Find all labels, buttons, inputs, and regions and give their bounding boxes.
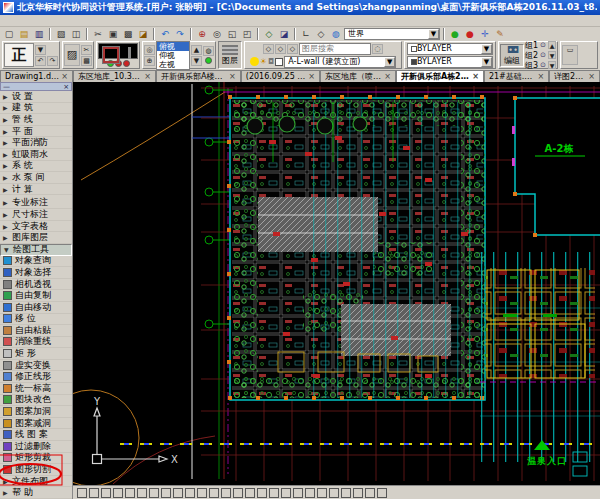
bottom-tool-icon[interactable]	[197, 488, 207, 498]
zoom-realtime-icon[interactable]: ◎	[210, 28, 224, 40]
linetype-combo[interactable]: BYLAYER ▼	[407, 56, 493, 68]
palette-group-item[interactable]: ▶ 虹吸雨水	[0, 149, 72, 161]
bottom-tool-icon[interactable]	[173, 488, 183, 498]
bottom-tool-icon[interactable]	[281, 488, 291, 498]
refresh-icon[interactable]: ◍	[203, 46, 214, 56]
cube-icon-1[interactable]: ◇	[263, 44, 274, 54]
document-tab[interactable]: 21#基础.dwg ×	[484, 70, 549, 82]
zoom-mini-icon[interactable]: ◎	[144, 45, 155, 55]
palette-group-item[interactable]: ▶ 建 筑	[0, 103, 72, 115]
palette-tool-item[interactable]: 消除重线	[0, 337, 72, 349]
undo-mini-icon[interactable]: ↶	[35, 56, 46, 66]
redo-icon[interactable]: ↷	[173, 28, 187, 40]
cube-icon-2[interactable]: ◇	[275, 44, 286, 54]
group-button[interactable]: ◘◘ 编组	[500, 44, 524, 67]
open-file-icon[interactable]: ▤	[17, 28, 31, 40]
bottom-tool-icon[interactable]	[341, 488, 351, 498]
spin-down-icon[interactable]: ▼	[548, 51, 556, 59]
close-icon[interactable]: ×	[537, 72, 544, 81]
status-led-red2[interactable]	[123, 60, 130, 67]
palette-group-item[interactable]: ▶ 计 算	[0, 184, 72, 196]
view-bottom[interactable]: 仰视	[157, 51, 189, 60]
palette-group-item[interactable]: ▶ 管 线	[0, 114, 72, 126]
bottom-tool-icon[interactable]	[269, 488, 279, 498]
named-view-combo[interactable]: 世界 ▼	[344, 28, 440, 40]
zoom-window-icon[interactable]: ◱	[225, 28, 239, 40]
bottom-tool-icon[interactable]	[161, 488, 171, 498]
bottom-tool-icon[interactable]	[185, 488, 195, 498]
pan-mini-icon[interactable]: ⊕	[144, 56, 155, 66]
document-tab[interactable]: 开新俱乐部A楼110.. ×	[156, 70, 241, 82]
close-icon[interactable]: ×	[61, 72, 68, 81]
bottom-tool-icon[interactable]	[113, 488, 123, 498]
group-2-label[interactable]: 组2	[525, 51, 538, 60]
bottom-tool-icon[interactable]	[77, 488, 87, 498]
view-direction-list[interactable]: 俯视 仰视 左视	[156, 41, 190, 70]
chevron-down-icon[interactable]: ▼	[35, 45, 46, 55]
block-preview[interactable]	[98, 43, 138, 59]
close-icon[interactable]: ×	[144, 72, 151, 81]
bottom-tool-icon[interactable]	[377, 488, 387, 498]
document-tab[interactable]: 详图2016 ×	[549, 70, 600, 82]
document-tab[interactable]: 东区地库_10.30 4.. ×	[73, 70, 156, 82]
redo-mini-icon[interactable]: ↷	[47, 56, 58, 66]
bottom-tool-icon[interactable]	[305, 488, 315, 498]
view-left[interactable]: 左视	[157, 60, 189, 69]
remove-object-icon[interactable]: ●	[463, 28, 477, 40]
layers-dialog-icon[interactable]: ◇	[262, 28, 276, 40]
view-top[interactable]: 俯视	[157, 42, 189, 51]
properties-icon[interactable]: ◪	[277, 28, 291, 40]
bottom-tool-icon[interactable]	[353, 488, 363, 498]
document-tab[interactable]: (2016.09.25 施工 ×	[241, 70, 320, 82]
plot-icon[interactable]: ▧	[54, 28, 68, 40]
cube-icon-3[interactable]: ◇	[287, 44, 298, 54]
spin-up-icon[interactable]: ▲	[548, 41, 556, 49]
ucs-world-icon[interactable]: ◇	[314, 28, 328, 40]
layer-on-bulb-icon[interactable]	[250, 57, 259, 66]
spin-down-icon[interactable]: ▼	[191, 56, 202, 66]
zoom-previous-icon[interactable]: ◰	[240, 28, 254, 40]
current-layer-combo[interactable]: A-L-wall (建筑立面) ▼	[284, 56, 396, 68]
pan-icon[interactable]: ⊕	[195, 28, 209, 40]
bottom-tool-icon[interactable]	[245, 488, 255, 498]
undo-icon[interactable]: ↶	[158, 28, 172, 40]
palette-group-item[interactable]: ▶ 帮 助	[0, 487, 72, 499]
palette-group-item[interactable]: ▶ 水 泵 间	[0, 172, 72, 184]
bottom-tool-icon[interactable]	[137, 488, 147, 498]
bottom-tool-icon[interactable]	[209, 488, 219, 498]
bottom-tool-icon[interactable]	[101, 488, 111, 498]
close-icon[interactable]: ×	[229, 72, 236, 81]
bottom-tool-icon[interactable]	[221, 488, 231, 498]
spin-up-icon[interactable]: ▲	[191, 45, 202, 55]
cut-icon[interactable]: ✂	[91, 28, 105, 40]
document-tab[interactable]: 开新俱乐部A栋201... ×	[396, 70, 484, 82]
eye-icon[interactable]: ⊙	[540, 51, 546, 60]
edit-tool-icon[interactable]: ✎	[493, 28, 507, 40]
document-tab[interactable]: 东区地库（喷淋） ×	[320, 70, 396, 82]
eye-icon[interactable]: ⊙	[540, 41, 546, 50]
close-icon[interactable]: ×	[384, 72, 391, 81]
close-icon[interactable]: ×	[472, 72, 479, 81]
eye-icon[interactable]: ⊙	[540, 61, 546, 70]
close-icon[interactable]: ×	[308, 72, 315, 81]
chevron-down-icon[interactable]: ▼	[481, 44, 492, 54]
preview-icon[interactable]: ◫	[69, 28, 83, 40]
color-combo[interactable]: BYLAYER ▼	[407, 43, 493, 55]
group-1-label[interactable]: 组1	[525, 41, 538, 50]
bottom-tool-icon[interactable]	[125, 488, 135, 498]
palette-group-item[interactable]: ▶ 设 置	[0, 91, 72, 103]
monitor-icon[interactable]: ▭	[562, 45, 578, 65]
layer-lock-icon[interactable]: ◘	[268, 57, 274, 66]
paste-mini-icon[interactable]: ▩	[81, 56, 92, 66]
bottom-tool-icon[interactable]	[89, 488, 99, 498]
close-icon[interactable]: ×	[588, 72, 595, 81]
document-tab[interactable]: Drawing1.dwg ×	[0, 70, 73, 82]
add-object-icon[interactable]: ●	[448, 28, 462, 40]
tianzheng-logo-button[interactable]: 正	[4, 43, 34, 67]
palette-tool-item[interactable]: 图形切割	[0, 464, 72, 476]
cad-viewport[interactable]: A-2栋	[73, 82, 600, 485]
globe-icon[interactable]: ◍	[329, 28, 343, 40]
match-properties-icon[interactable]: ◪	[136, 28, 150, 40]
close-icon[interactable]: ×	[63, 83, 69, 91]
layer-manager-button[interactable]: 图层	[218, 41, 242, 69]
